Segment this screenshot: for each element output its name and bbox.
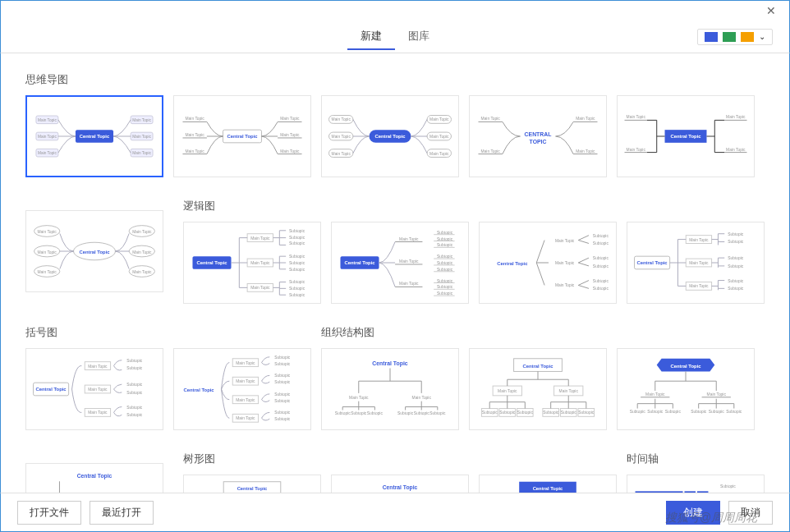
- svg-rect-226: [697, 491, 709, 493]
- svg-text:Subtopic: Subtopic: [274, 399, 291, 403]
- template-org-3[interactable]: Central Topic Main Topic Main Topic Subt…: [617, 348, 755, 430]
- svg-text:Subtopic: Subtopic: [429, 411, 446, 415]
- svg-text:Main Topic: Main Topic: [429, 117, 449, 122]
- svg-text:Central Topic: Central Topic: [344, 260, 375, 265]
- svg-text:Main Topic: Main Topic: [236, 416, 255, 420]
- tab-gallery[interactable]: 图库: [395, 24, 443, 50]
- template-logic-2[interactable]: Central Topic Main Topic Main Topic Main…: [331, 222, 469, 304]
- template-timeline-1[interactable]: Subtopic Subtopic: [627, 475, 765, 493]
- section-mindmap-title: 思维导图: [25, 72, 765, 87]
- svg-text:Subtopic: Subtopic: [274, 374, 291, 378]
- svg-text:Subtopic: Subtopic: [517, 410, 534, 415]
- svg-text:Subtopic: Subtopic: [561, 410, 577, 415]
- mindmap-row: Central Topic Main Topic Main Topic Main…: [25, 95, 765, 177]
- svg-text:Central Topic: Central Topic: [637, 260, 668, 265]
- template-mindmap-5[interactable]: Central Topic Main Topic Main Topic Main…: [617, 95, 755, 177]
- svg-text:Main Topic: Main Topic: [38, 151, 57, 155]
- close-icon[interactable]: ✕: [760, 4, 783, 17]
- svg-text:Subtopic: Subtopic: [728, 256, 744, 260]
- svg-text:Main Topic: Main Topic: [280, 117, 300, 121]
- svg-text:Central Topic: Central Topic: [184, 388, 215, 392]
- template-brace-1[interactable]: Central Topic Main Topic Main Topic Main…: [25, 348, 163, 430]
- svg-text:Main Topic: Main Topic: [88, 410, 108, 415]
- svg-text:Main Topic: Main Topic: [399, 282, 419, 286]
- svg-text:Subtopic: Subtopic: [289, 287, 305, 291]
- svg-text:Central Topic: Central Topic: [372, 360, 408, 367]
- cancel-button[interactable]: 取消: [728, 501, 773, 525]
- svg-text:Subtopic: Subtopic: [274, 362, 291, 366]
- svg-text:Main Topic: Main Topic: [399, 237, 419, 241]
- template-org-2[interactable]: Central Topic Main Topic Main Topic Subt…: [469, 348, 607, 430]
- svg-text:Central Topic: Central Topic: [36, 387, 67, 392]
- template-mindmap-1[interactable]: Central Topic Main Topic Main Topic Main…: [25, 95, 163, 177]
- svg-text:Main Topic: Main Topic: [132, 230, 152, 234]
- svg-text:Subtopic: Subtopic: [126, 359, 143, 363]
- color-picker[interactable]: ⌄: [697, 29, 773, 45]
- svg-text:Central Topic: Central Topic: [533, 486, 563, 491]
- create-button[interactable]: 创建: [666, 501, 720, 525]
- template-org-1[interactable]: Central Topic Main Topic Main Topic Subt…: [321, 348, 459, 430]
- open-file-button[interactable]: 打开文件: [17, 501, 81, 525]
- tabs: 新建 图库: [347, 24, 443, 50]
- svg-text:Subtopic: Subtopic: [728, 240, 744, 244]
- template-logic-1[interactable]: Central Topic Main Topic Main Topic Main…: [183, 222, 321, 304]
- template-mindmap-2[interactable]: Central Topic Main Topic Main Topic Main…: [173, 95, 311, 177]
- svg-text:Central Topic: Central Topic: [497, 261, 528, 266]
- svg-text:Subtopic: Subtopic: [630, 410, 646, 414]
- template-tree-3[interactable]: Central Topic Main Topic Main Topic: [331, 475, 469, 493]
- template-logic-3[interactable]: Central Topic Main Topic Main Topic Main…: [479, 222, 617, 304]
- template-mindmap-3[interactable]: Central Topic Main Topic Main Topic Main…: [321, 95, 459, 177]
- header: 新建 图库 ⌄: [0, 21, 790, 53]
- svg-text:Main Topic: Main Topic: [332, 117, 351, 122]
- svg-text:Main Topic: Main Topic: [332, 152, 351, 156]
- svg-text:Main Topic: Main Topic: [88, 388, 108, 392]
- svg-text:Main Topic: Main Topic: [88, 365, 108, 369]
- svg-text:Central Topic: Central Topic: [670, 364, 701, 369]
- svg-text:Subtopic: Subtopic: [593, 279, 609, 283]
- svg-text:Subtopic: Subtopic: [126, 383, 143, 387]
- svg-text:Subtopic: Subtopic: [499, 410, 516, 415]
- svg-text:Main Topic: Main Topic: [280, 133, 300, 137]
- svg-text:Central Topic: Central Topic: [237, 486, 268, 491]
- svg-text:Main Topic: Main Topic: [38, 135, 57, 139]
- svg-text:Main Topic: Main Topic: [38, 230, 57, 234]
- template-mindmap-6[interactable]: Central Topic Main Topic Main Topic Main…: [25, 210, 163, 292]
- svg-text:Central Topic: Central Topic: [522, 364, 553, 369]
- svg-text:Main Topic: Main Topic: [555, 239, 575, 243]
- svg-text:Main Topic: Main Topic: [689, 238, 709, 242]
- svg-text:Subtopic: Subtopic: [289, 241, 305, 245]
- svg-text:Central Topic: Central Topic: [80, 134, 110, 139]
- svg-text:TOPIC: TOPIC: [530, 139, 547, 144]
- svg-text:Main Topic: Main Topic: [689, 261, 709, 265]
- svg-text:Main Topic: Main Topic: [399, 259, 419, 264]
- svg-text:Central Topic: Central Topic: [374, 134, 406, 139]
- template-brace-2[interactable]: Central Topic Main Topic Main Topic Main…: [173, 348, 311, 430]
- svg-text:Subtopic: Subtopic: [437, 243, 453, 247]
- svg-text:Subtopic: Subtopic: [578, 410, 595, 415]
- recent-button[interactable]: 最近打开: [90, 501, 154, 525]
- svg-text:Main Topic: Main Topic: [689, 284, 709, 288]
- template-tree-2[interactable]: Central Topic Main Topic: [183, 475, 321, 493]
- svg-text:Main Topic: Main Topic: [186, 117, 205, 121]
- svg-text:Main Topic: Main Topic: [412, 396, 432, 400]
- svg-text:Subtopic: Subtopic: [665, 410, 682, 414]
- template-mindmap-4[interactable]: CENTRAL TOPIC Main Topic Main Topic Main…: [469, 95, 607, 177]
- svg-text:Main Topic: Main Topic: [576, 149, 595, 154]
- svg-text:Main Topic: Main Topic: [332, 135, 351, 139]
- svg-text:Subtopic: Subtopic: [593, 264, 609, 268]
- svg-text:Central Topic: Central Topic: [77, 473, 113, 479]
- svg-text:Subtopic: Subtopic: [728, 279, 744, 283]
- tab-new[interactable]: 新建: [347, 24, 395, 50]
- svg-text:Subtopic: Subtopic: [543, 410, 559, 415]
- svg-text:Main Topic: Main Topic: [38, 270, 57, 274]
- template-tree-1[interactable]: Central Topic Main Topic: [25, 463, 163, 493]
- svg-text:Main Topic: Main Topic: [280, 149, 300, 154]
- template-tree-4[interactable]: Central Topic Main Topic Main Topic: [479, 475, 617, 493]
- svg-text:Subtopic: Subtopic: [709, 410, 725, 414]
- svg-text:Main Topic: Main Topic: [132, 135, 151, 139]
- svg-text:Subtopic: Subtopic: [289, 293, 305, 297]
- svg-text:Main Topic: Main Topic: [250, 286, 270, 290]
- svg-text:Main Topic: Main Topic: [250, 261, 270, 265]
- template-logic-4[interactable]: Central Topic Main Topic Main Topic Main…: [627, 222, 765, 304]
- svg-text:Subtopic: Subtopic: [720, 484, 736, 488]
